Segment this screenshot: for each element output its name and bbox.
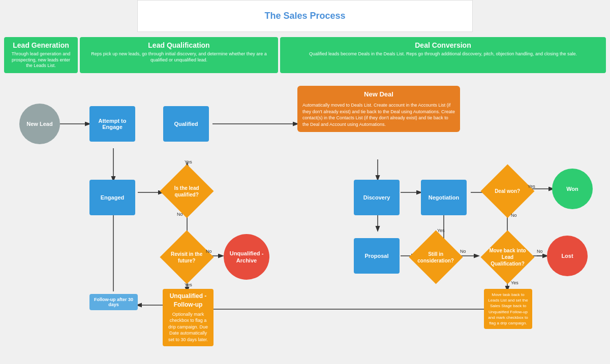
unqualified-archive-node: Unqualified - Archive bbox=[224, 234, 269, 280]
phase-lead-qual-desc: Reps pick up new leads, go through initi… bbox=[85, 51, 273, 63]
unqualified-followup-node: Unqualified - Follow-up Optionally mark … bbox=[163, 289, 214, 346]
new-lead-node: New Lead bbox=[19, 104, 60, 144]
yes-label-4: Yes bbox=[437, 228, 445, 233]
engaged-node: Engaged bbox=[89, 180, 135, 215]
phase-lead-qual: Lead Qualification Reps pick up new lead… bbox=[80, 37, 278, 73]
still-consideration-diamond: Still in consideration? bbox=[409, 230, 463, 284]
qualified-node: Qualified bbox=[163, 106, 209, 142]
discovery-node: Discovery bbox=[354, 180, 400, 215]
diagram-area: New Lead Attempt to Engage Engaged Is th… bbox=[4, 78, 606, 364]
yes-label-2: Yes bbox=[185, 282, 192, 287]
page-title: The Sales Process bbox=[148, 11, 462, 21]
no-label-2: No bbox=[206, 249, 212, 254]
page-wrapper: The Sales Process Lead Generation Throug… bbox=[0, 0, 610, 364]
move-back-desc-node: Move task back to Leads List and set the… bbox=[484, 289, 532, 329]
no-label-1: No bbox=[177, 212, 183, 217]
phase-headers: Lead Generation Through lead generation … bbox=[0, 37, 610, 73]
title-area: The Sales Process bbox=[137, 0, 473, 32]
is-qualified-diamond: Is the lead qualified? bbox=[160, 164, 214, 218]
followup-after-node: Follow-up after 30 days bbox=[89, 294, 138, 310]
yes-label-3: Yes bbox=[528, 184, 535, 189]
no-label-4: No bbox=[460, 249, 466, 254]
yes-label-5: Yes bbox=[511, 280, 518, 285]
negotiation-node: Negotiation bbox=[421, 180, 467, 215]
lost-node: Lost bbox=[547, 236, 588, 276]
phase-lead-gen-desc: Through lead generation and prospecting,… bbox=[9, 51, 73, 69]
phase-lead-gen-title: Lead Generation bbox=[9, 41, 73, 49]
deal-won-diamond: Deal won? bbox=[480, 164, 534, 218]
phase-lead-gen: Lead Generation Through lead generation … bbox=[4, 37, 78, 73]
move-back-lq-diamond: Move back into Lead Qualification? bbox=[480, 230, 534, 284]
phase-lead-qual-title: Lead Qualification bbox=[85, 41, 273, 49]
phase-deal-conv-title: Deal Conversion bbox=[285, 41, 601, 49]
won-node: Won bbox=[552, 169, 593, 209]
new-deal-node: New Deal Automatically moved to Deals Li… bbox=[297, 86, 460, 132]
yes-label-1: Yes bbox=[185, 159, 192, 164]
no-label-5: No bbox=[537, 249, 543, 254]
revisit-diamond: Revisit in the future? bbox=[160, 230, 214, 284]
no-label-3: No bbox=[511, 213, 517, 218]
proposal-node: Proposal bbox=[354, 238, 400, 274]
phase-deal-conv: Deal Conversion Qualified leads become D… bbox=[280, 37, 606, 73]
attempt-engage-node: Attempt to Engage bbox=[89, 106, 135, 142]
phase-deal-conv-desc: Qualified leads become Deals in the Deal… bbox=[285, 51, 601, 57]
